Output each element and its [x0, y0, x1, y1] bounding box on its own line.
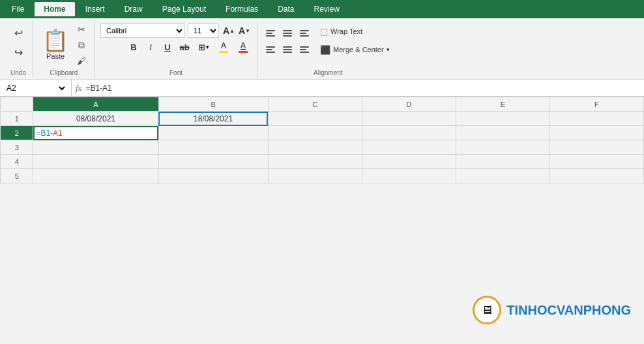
- italic-button[interactable]: I: [143, 40, 158, 54]
- paste-button[interactable]: 📋 Paste: [38, 22, 72, 68]
- cell-c4[interactable]: [268, 155, 362, 169]
- cell-e5[interactable]: [456, 169, 549, 183]
- wrap-text-button[interactable]: ⬚ Wrap Text: [316, 23, 394, 39]
- undo-button[interactable]: ↩: [9, 25, 27, 40]
- align-top-center-button[interactable]: [280, 26, 295, 40]
- font-color-button[interactable]: A: [235, 40, 252, 54]
- align-middle-center-button[interactable]: [280, 42, 295, 57]
- logo-circle: 🖥: [473, 296, 501, 324]
- cell-d5[interactable]: [362, 169, 456, 183]
- logo-icon: 🖥: [481, 304, 493, 317]
- decrease-font-size-button[interactable]: A▼: [237, 23, 252, 38]
- table-row: 5: [1, 169, 644, 183]
- cut-button[interactable]: ✂: [74, 22, 89, 37]
- row-header-2[interactable]: 2: [1, 126, 33, 140]
- corner-header: [1, 97, 33, 112]
- cell-f2[interactable]: [549, 126, 643, 140]
- cell-c2[interactable]: [268, 126, 362, 140]
- redo-button[interactable]: ↪: [9, 44, 27, 60]
- table-row: 4: [1, 155, 644, 169]
- tab-data[interactable]: Data: [269, 2, 303, 16]
- cell-d2[interactable]: [362, 126, 456, 140]
- alignment-group-label: Alignment: [263, 68, 394, 76]
- col-header-e[interactable]: E: [456, 97, 549, 112]
- undo-group: ↩ ↪ Undo: [4, 21, 33, 78]
- cell-e4[interactable]: [456, 155, 549, 169]
- fx-label: fx: [76, 83, 81, 93]
- cell-a3[interactable]: [33, 140, 158, 155]
- cell-f1[interactable]: [549, 112, 643, 126]
- format-painter-button[interactable]: 🖌: [74, 54, 89, 68]
- cell-a5[interactable]: [33, 169, 158, 183]
- undo-group-label: Undo: [9, 68, 27, 76]
- cell-f3[interactable]: [549, 140, 643, 155]
- col-header-c[interactable]: C: [268, 97, 362, 112]
- cell-b2[interactable]: [158, 126, 268, 140]
- tab-home[interactable]: Home: [35, 2, 74, 16]
- name-box[interactable]: A2: [0, 80, 72, 96]
- cell-reference-select[interactable]: A2: [4, 83, 67, 93]
- cell-f5[interactable]: [549, 169, 643, 183]
- clipboard-group: 📋 Paste ✂ ⧉ 🖌 Clipboard: [33, 21, 95, 78]
- row-header-5[interactable]: 5: [1, 169, 33, 183]
- copy-button[interactable]: ⧉: [74, 38, 89, 52]
- font-face-select[interactable]: Calibri: [100, 23, 185, 38]
- cell-a2[interactable]: =B1-A1: [33, 126, 158, 140]
- cell-d1[interactable]: [362, 112, 456, 126]
- merge-center-label: Merge & Center: [333, 46, 384, 54]
- ribbon: ↩ ↪ Undo 📋 Paste ✂ ⧉ 🖌 Clipboard: [0, 18, 644, 80]
- merge-center-button[interactable]: ⬛ Merge & Center ▾: [316, 42, 394, 57]
- col-header-b[interactable]: B: [158, 97, 268, 112]
- row-header-1[interactable]: 1: [1, 112, 33, 126]
- strikethrough-button[interactable]: ab: [177, 40, 192, 54]
- table-row: 3: [1, 140, 644, 155]
- paste-icon: 📋: [42, 30, 68, 51]
- col-header-f[interactable]: F: [549, 97, 643, 112]
- row-header-4[interactable]: 4: [1, 155, 33, 169]
- cell-e3[interactable]: [456, 140, 549, 155]
- formula-minus-a1: -A1: [50, 129, 63, 138]
- cell-a4[interactable]: [33, 155, 158, 169]
- border-button[interactable]: ⊞▾: [194, 40, 212, 54]
- cell-b5[interactable]: [158, 169, 268, 183]
- row-header-3[interactable]: 3: [1, 140, 33, 155]
- table-row: 2 =B1-A1: [1, 126, 644, 140]
- tab-draw[interactable]: Draw: [115, 2, 152, 16]
- tab-review[interactable]: Review: [304, 2, 348, 16]
- cell-b1[interactable]: 18/08/2021: [158, 112, 268, 126]
- sheet-table: A B C D E F 1 08/08/2021 18/08/2021 2: [0, 97, 644, 183]
- cell-c3[interactable]: [268, 140, 362, 155]
- formula-bar: A2 fx =B1-A1: [0, 80, 644, 97]
- tab-bar: File Home Insert Draw Page Layout Formul…: [0, 0, 644, 18]
- tab-formulas[interactable]: Formulas: [216, 2, 267, 16]
- tab-insert[interactable]: Insert: [76, 2, 114, 16]
- cell-c5[interactable]: [268, 169, 362, 183]
- tab-file[interactable]: File: [3, 2, 33, 16]
- font-group: Calibri 11 A▲ A▼ B I U ab ⊞▾: [95, 21, 257, 78]
- wrap-text-icon: ⬚: [320, 27, 328, 37]
- cell-e1[interactable]: [456, 112, 549, 126]
- increase-font-size-button[interactable]: A▲: [222, 23, 236, 38]
- cell-b3[interactable]: [158, 140, 268, 155]
- tab-page-layout[interactable]: Page Layout: [153, 2, 215, 16]
- formula-equals-b1: =B1: [36, 129, 50, 138]
- bold-button[interactable]: B: [126, 40, 141, 54]
- cell-e2[interactable]: [456, 126, 549, 140]
- cell-a1[interactable]: 08/08/2021: [33, 112, 158, 126]
- align-top-right-button[interactable]: [297, 26, 312, 40]
- highlight-color-button[interactable]: A: [215, 40, 232, 54]
- cell-d4[interactable]: [362, 155, 456, 169]
- underline-button[interactable]: U: [160, 40, 175, 54]
- align-top-left-button[interactable]: [263, 26, 278, 40]
- cell-f4[interactable]: [549, 155, 643, 169]
- col-header-d[interactable]: D: [362, 97, 456, 112]
- align-middle-left-button[interactable]: [263, 42, 278, 57]
- formula-display: =B1-A1: [85, 84, 111, 93]
- align-middle-right-button[interactable]: [297, 42, 312, 57]
- cell-c1[interactable]: [268, 112, 362, 126]
- cell-d3[interactable]: [362, 140, 456, 155]
- col-header-a[interactable]: A: [33, 97, 158, 112]
- font-size-select[interactable]: 11: [188, 23, 219, 38]
- cell-b4[interactable]: [158, 155, 268, 169]
- wrap-text-label: Wrap Text: [330, 27, 362, 35]
